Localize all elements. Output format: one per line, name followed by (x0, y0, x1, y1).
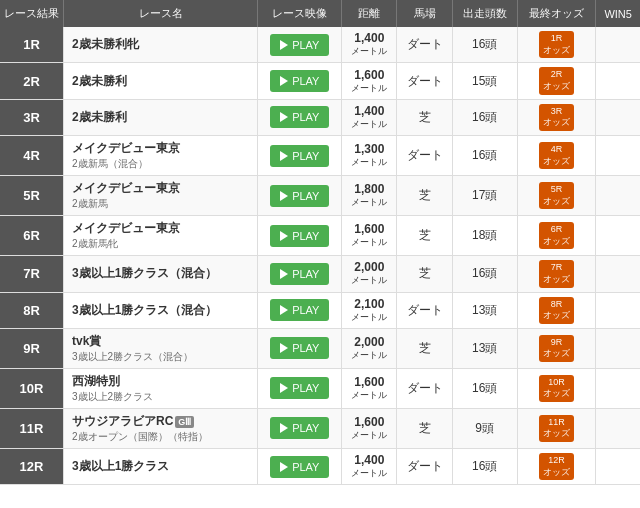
wins5-cell (596, 328, 640, 368)
race-video-cell: PLAY (258, 292, 342, 328)
odds-cell[interactable]: 7Rオッズ (517, 256, 596, 292)
play-button[interactable]: PLAY (270, 456, 329, 478)
play-icon (280, 151, 288, 161)
table-row: 11RサウジアラビアRCGⅢ2歳オープン（国際）（特指）PLAY1,600メート… (0, 408, 640, 448)
distance-cell: 2,100メートル (342, 292, 397, 328)
odds-badge[interactable]: 8Rオッズ (539, 297, 574, 324)
wins5-cell (596, 448, 640, 484)
race-main-name: 2歳未勝利 (72, 110, 127, 124)
entries-cell: 16頭 (452, 448, 517, 484)
odds-badge[interactable]: 6Rオッズ (539, 222, 574, 249)
race-main-name: メイクデビュー東京 (72, 141, 180, 155)
distance-unit: メートル (346, 82, 392, 95)
wins5-cell (596, 176, 640, 216)
distance-unit: メートル (346, 311, 392, 324)
race-name-cell: 3歳以上1勝クラス（混合） (64, 256, 258, 292)
odds-cell[interactable]: 2Rオッズ (517, 63, 596, 99)
distance-cell: 1,400メートル (342, 448, 397, 484)
venue-cell: ダート (397, 292, 452, 328)
race-video-cell: PLAY (258, 368, 342, 408)
play-icon (280, 76, 288, 86)
play-button[interactable]: PLAY (270, 337, 329, 359)
distance-cell: 1,800メートル (342, 176, 397, 216)
play-button-label: PLAY (292, 230, 319, 242)
distance-unit: メートル (346, 236, 392, 249)
distance-number: 1,600 (346, 375, 392, 389)
play-button[interactable]: PLAY (270, 70, 329, 92)
entries-cell: 16頭 (452, 136, 517, 176)
table-row: 2R2歳未勝利PLAY1,600メートルダート15頭2Rオッズ (0, 63, 640, 99)
play-icon (280, 191, 288, 201)
odds-badge[interactable]: 5Rオッズ (539, 182, 574, 209)
race-video-cell: PLAY (258, 99, 342, 135)
entries-cell: 13頭 (452, 292, 517, 328)
odds-badge[interactable]: 7Rオッズ (539, 260, 574, 287)
odds-badge[interactable]: 1Rオッズ (539, 31, 574, 58)
play-button[interactable]: PLAY (270, 377, 329, 399)
play-icon (280, 462, 288, 472)
race-main-name: tvk賞 (72, 334, 101, 348)
distance-cell: 2,000メートル (342, 256, 397, 292)
venue-cell: ダート (397, 63, 452, 99)
odds-badge[interactable]: 9Rオッズ (539, 335, 574, 362)
distance-number: 1,600 (346, 68, 392, 82)
wins5-cell (596, 63, 640, 99)
play-button-label: PLAY (292, 150, 319, 162)
venue-cell: ダート (397, 136, 452, 176)
race-video-cell: PLAY (258, 136, 342, 176)
play-icon (280, 423, 288, 433)
play-button[interactable]: PLAY (270, 185, 329, 207)
odds-badge[interactable]: 12Rオッズ (539, 453, 574, 480)
play-button[interactable]: PLAY (270, 417, 329, 439)
distance-number: 1,400 (346, 104, 392, 118)
play-button[interactable]: PLAY (270, 145, 329, 167)
table-row: 1R2歳未勝利牝PLAY1,400メートルダート16頭1Rオッズ (0, 27, 640, 63)
entries-cell: 13頭 (452, 328, 517, 368)
play-button[interactable]: PLAY (270, 299, 329, 321)
wins5-cell (596, 99, 640, 135)
distance-unit: メートル (346, 389, 392, 402)
odds-cell[interactable]: 12Rオッズ (517, 448, 596, 484)
wins5-cell (596, 292, 640, 328)
play-icon (280, 343, 288, 353)
distance-number: 1,600 (346, 415, 392, 429)
odds-cell[interactable]: 4Rオッズ (517, 136, 596, 176)
venue-cell: 芝 (397, 176, 452, 216)
race-video-cell: PLAY (258, 27, 342, 63)
race-name-cell: 2歳未勝利 (64, 99, 258, 135)
play-button[interactable]: PLAY (270, 34, 329, 56)
race-table-container: レース結果 レース名 レース映像 距離 馬場 出走頭数 最終オッズ WIN5 1… (0, 0, 640, 485)
race-name-cell: tvk賞3歳以上2勝クラス（混合） (64, 328, 258, 368)
odds-cell[interactable]: 10Rオッズ (517, 368, 596, 408)
odds-cell[interactable]: 1Rオッズ (517, 27, 596, 63)
play-button[interactable]: PLAY (270, 263, 329, 285)
race-number-cell: 8R (0, 292, 64, 328)
play-button[interactable]: PLAY (270, 225, 329, 247)
race-number-cell: 2R (0, 63, 64, 99)
race-main-name: 3歳以上1勝クラス（混合） (72, 266, 217, 280)
odds-badge[interactable]: 2Rオッズ (539, 67, 574, 94)
venue-cell: 芝 (397, 216, 452, 256)
entries-cell: 16頭 (452, 27, 517, 63)
race-number-cell: 10R (0, 368, 64, 408)
play-icon (280, 383, 288, 393)
odds-cell[interactable]: 9Rオッズ (517, 328, 596, 368)
play-button[interactable]: PLAY (270, 106, 329, 128)
play-button-label: PLAY (292, 342, 319, 354)
venue-cell: 芝 (397, 256, 452, 292)
wins5-cell (596, 368, 640, 408)
odds-badge[interactable]: 4Rオッズ (539, 142, 574, 169)
odds-badge[interactable]: 3Rオッズ (539, 104, 574, 131)
odds-cell[interactable]: 11Rオッズ (517, 408, 596, 448)
odds-cell[interactable]: 5Rオッズ (517, 176, 596, 216)
race-main-name: 2歳未勝利 (72, 74, 127, 88)
odds-badge[interactable]: 11Rオッズ (539, 415, 574, 442)
distance-unit: メートル (346, 196, 392, 209)
odds-cell[interactable]: 8Rオッズ (517, 292, 596, 328)
race-name-cell: メイクデビュー東京2歳新馬（混合） (64, 136, 258, 176)
distance-cell: 1,600メートル (342, 368, 397, 408)
header-distance: 距離 (342, 0, 397, 27)
odds-cell[interactable]: 6Rオッズ (517, 216, 596, 256)
odds-cell[interactable]: 3Rオッズ (517, 99, 596, 135)
odds-badge[interactable]: 10Rオッズ (539, 375, 574, 402)
